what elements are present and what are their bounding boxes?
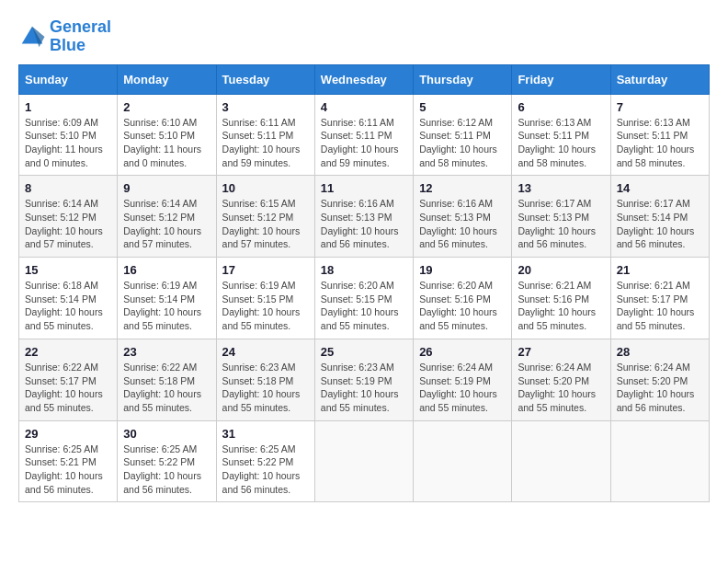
day-info: Sunrise: 6:16 AMSunset: 5:13 PMDaylight:…	[419, 197, 506, 251]
day-number: 2	[123, 100, 210, 114]
calendar-week-3: 15Sunrise: 6:18 AMSunset: 5:14 PMDayligh…	[19, 258, 710, 339]
day-number: 26	[419, 345, 506, 359]
calendar-week-2: 8Sunrise: 6:14 AMSunset: 5:12 PMDaylight…	[19, 176, 710, 258]
calendar-cell: 12Sunrise: 6:16 AMSunset: 5:13 PMDayligh…	[414, 176, 512, 258]
day-number: 31	[222, 427, 309, 441]
day-info: Sunrise: 6:23 AMSunset: 5:18 PMDaylight:…	[222, 361, 309, 415]
logo-icon	[18, 23, 46, 51]
calendar-cell: 21Sunrise: 6:21 AMSunset: 5:17 PMDayligh…	[610, 258, 709, 339]
day-info: Sunrise: 6:25 AMSunset: 5:22 PMDaylight:…	[123, 442, 210, 497]
calendar-cell: 17Sunrise: 6:19 AMSunset: 5:15 PMDayligh…	[216, 258, 314, 339]
calendar-header-monday: Monday	[118, 64, 216, 94]
calendar-cell: 20Sunrise: 6:21 AMSunset: 5:16 PMDayligh…	[512, 258, 610, 339]
calendar-cell: 28Sunrise: 6:24 AMSunset: 5:20 PMDayligh…	[610, 339, 709, 420]
day-number: 9	[123, 181, 210, 195]
day-number: 20	[518, 263, 604, 277]
day-number: 22	[25, 345, 111, 359]
day-number: 12	[419, 181, 506, 195]
day-number: 4	[321, 100, 407, 114]
day-number: 11	[321, 181, 407, 195]
day-number: 15	[25, 263, 111, 277]
calendar-header-tuesday: Tuesday	[216, 64, 314, 94]
calendar-body: 1Sunrise: 6:09 AMSunset: 5:10 PMDaylight…	[19, 94, 710, 502]
day-number: 27	[518, 345, 604, 359]
calendar-cell: 2Sunrise: 6:10 AMSunset: 5:10 PMDaylight…	[118, 94, 216, 176]
day-info: Sunrise: 6:12 AMSunset: 5:11 PMDaylight:…	[419, 116, 506, 170]
day-number: 7	[617, 100, 703, 114]
day-info: Sunrise: 6:21 AMSunset: 5:16 PMDaylight:…	[518, 279, 604, 333]
day-number: 5	[419, 100, 506, 114]
calendar-cell: 9Sunrise: 6:14 AMSunset: 5:12 PMDaylight…	[118, 176, 216, 258]
logo-text: General Blue	[50, 18, 111, 55]
calendar-cell: 26Sunrise: 6:24 AMSunset: 5:19 PMDayligh…	[414, 339, 512, 420]
day-number: 19	[419, 263, 506, 277]
calendar-cell: 8Sunrise: 6:14 AMSunset: 5:12 PMDaylight…	[19, 176, 118, 258]
calendar-header-wednesday: Wednesday	[314, 64, 413, 94]
calendar-cell: 7Sunrise: 6:13 AMSunset: 5:11 PMDaylight…	[610, 94, 709, 176]
calendar-cell: 6Sunrise: 6:13 AMSunset: 5:11 PMDaylight…	[512, 94, 610, 176]
day-number: 21	[617, 263, 703, 277]
day-info: Sunrise: 6:20 AMSunset: 5:15 PMDaylight:…	[321, 279, 407, 333]
day-info: Sunrise: 6:22 AMSunset: 5:17 PMDaylight:…	[25, 361, 111, 415]
day-info: Sunrise: 6:19 AMSunset: 5:15 PMDaylight:…	[222, 279, 309, 333]
calendar-cell: 23Sunrise: 6:22 AMSunset: 5:18 PMDayligh…	[118, 339, 216, 420]
calendar-cell: 25Sunrise: 6:23 AMSunset: 5:19 PMDayligh…	[314, 339, 413, 420]
calendar-cell: 22Sunrise: 6:22 AMSunset: 5:17 PMDayligh…	[19, 339, 118, 420]
day-number: 16	[123, 263, 210, 277]
calendar-header-saturday: Saturday	[610, 64, 709, 94]
day-number: 17	[222, 263, 309, 277]
calendar-week-1: 1Sunrise: 6:09 AMSunset: 5:10 PMDaylight…	[19, 94, 710, 176]
calendar-cell: 1Sunrise: 6:09 AMSunset: 5:10 PMDaylight…	[19, 94, 118, 176]
day-number: 18	[321, 263, 407, 277]
day-info: Sunrise: 6:16 AMSunset: 5:13 PMDaylight:…	[321, 197, 407, 251]
calendar-cell: 10Sunrise: 6:15 AMSunset: 5:12 PMDayligh…	[216, 176, 314, 258]
calendar-cell: 27Sunrise: 6:24 AMSunset: 5:20 PMDayligh…	[512, 339, 610, 420]
day-info: Sunrise: 6:13 AMSunset: 5:11 PMDaylight:…	[518, 116, 604, 170]
day-info: Sunrise: 6:10 AMSunset: 5:10 PMDaylight:…	[123, 116, 210, 170]
calendar-header-sunday: Sunday	[19, 64, 118, 94]
day-info: Sunrise: 6:15 AMSunset: 5:12 PMDaylight:…	[222, 197, 309, 251]
calendar-cell: 30Sunrise: 6:25 AMSunset: 5:22 PMDayligh…	[118, 420, 216, 502]
day-info: Sunrise: 6:17 AMSunset: 5:14 PMDaylight:…	[617, 197, 703, 251]
day-info: Sunrise: 6:24 AMSunset: 5:20 PMDaylight:…	[617, 361, 703, 415]
calendar-cell: 16Sunrise: 6:19 AMSunset: 5:14 PMDayligh…	[118, 258, 216, 339]
day-number: 3	[222, 100, 309, 114]
day-info: Sunrise: 6:14 AMSunset: 5:12 PMDaylight:…	[123, 197, 210, 251]
day-info: Sunrise: 6:24 AMSunset: 5:19 PMDaylight:…	[419, 361, 506, 415]
calendar-cell: 11Sunrise: 6:16 AMSunset: 5:13 PMDayligh…	[314, 176, 413, 258]
calendar-header-thursday: Thursday	[414, 64, 512, 94]
day-number: 24	[222, 345, 309, 359]
day-number: 6	[518, 100, 604, 114]
day-info: Sunrise: 6:23 AMSunset: 5:19 PMDaylight:…	[321, 361, 407, 415]
calendar-cell: 18Sunrise: 6:20 AMSunset: 5:15 PMDayligh…	[314, 258, 413, 339]
calendar-cell	[314, 420, 413, 502]
calendar-week-5: 29Sunrise: 6:25 AMSunset: 5:21 PMDayligh…	[19, 420, 710, 502]
calendar-cell: 24Sunrise: 6:23 AMSunset: 5:18 PMDayligh…	[216, 339, 314, 420]
day-info: Sunrise: 6:17 AMSunset: 5:13 PMDaylight:…	[518, 197, 604, 251]
day-info: Sunrise: 6:18 AMSunset: 5:14 PMDaylight:…	[25, 279, 111, 333]
calendar-header-row: SundayMondayTuesdayWednesdayThursdayFrid…	[19, 64, 710, 94]
day-number: 1	[25, 100, 111, 114]
day-number: 23	[123, 345, 210, 359]
day-info: Sunrise: 6:13 AMSunset: 5:11 PMDaylight:…	[617, 116, 703, 170]
day-number: 30	[123, 427, 210, 441]
day-info: Sunrise: 6:20 AMSunset: 5:16 PMDaylight:…	[419, 279, 506, 333]
header: General Blue	[18, 18, 710, 55]
calendar-header-friday: Friday	[512, 64, 610, 94]
calendar-cell: 14Sunrise: 6:17 AMSunset: 5:14 PMDayligh…	[610, 176, 709, 258]
calendar-cell: 13Sunrise: 6:17 AMSunset: 5:13 PMDayligh…	[512, 176, 610, 258]
calendar-cell: 19Sunrise: 6:20 AMSunset: 5:16 PMDayligh…	[414, 258, 512, 339]
logo: General Blue	[18, 18, 111, 55]
day-info: Sunrise: 6:22 AMSunset: 5:18 PMDaylight:…	[123, 361, 210, 415]
day-info: Sunrise: 6:14 AMSunset: 5:12 PMDaylight:…	[25, 197, 111, 251]
calendar-cell	[414, 420, 512, 502]
calendar-cell	[610, 420, 709, 502]
day-info: Sunrise: 6:25 AMSunset: 5:21 PMDaylight:…	[25, 442, 111, 497]
calendar-cell: 5Sunrise: 6:12 AMSunset: 5:11 PMDaylight…	[414, 94, 512, 176]
day-number: 25	[321, 345, 407, 359]
day-info: Sunrise: 6:25 AMSunset: 5:22 PMDaylight:…	[222, 442, 309, 497]
calendar-cell: 29Sunrise: 6:25 AMSunset: 5:21 PMDayligh…	[19, 420, 118, 502]
calendar-table: SundayMondayTuesdayWednesdayThursdayFrid…	[18, 64, 710, 503]
day-number: 13	[518, 181, 604, 195]
day-info: Sunrise: 6:21 AMSunset: 5:17 PMDaylight:…	[617, 279, 703, 333]
